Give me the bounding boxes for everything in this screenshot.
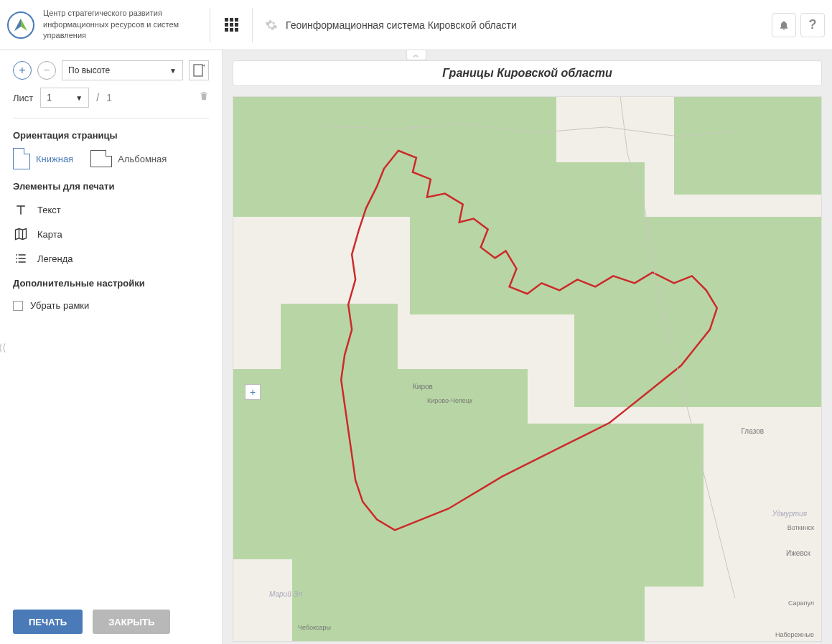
text-icon: [13, 202, 29, 218]
add-page-button[interactable]: +: [189, 60, 209, 80]
svg-rect-0: [194, 65, 202, 76]
caret-down-icon: ▼: [169, 67, 177, 75]
element-legend[interactable]: Легенда: [13, 251, 209, 266]
landscape-page-icon: [90, 150, 112, 167]
region-udmurtia: Удмуртия: [772, 510, 807, 518]
checkbox-icon: [13, 301, 23, 311]
city-kirovo-chepetsk: Кирово-Чепецк: [427, 397, 472, 404]
chevron-up-icon: ︽: [413, 50, 419, 60]
minus-icon: −: [43, 64, 50, 77]
element-text-label: Текст: [37, 205, 61, 215]
sheet-current: 1: [47, 93, 52, 103]
remove-frames-label: Убрать рамки: [30, 300, 89, 311]
sheet-label: Лист: [13, 93, 33, 103]
elements-title: Элементы для печати: [13, 181, 209, 192]
orientation-portrait-label: Книжная: [36, 154, 73, 164]
zoom-in-button[interactable]: +: [13, 61, 32, 80]
collapse-sidebar-handle[interactable]: ⟨⟨: [0, 342, 6, 353]
delete-sheet-button[interactable]: [199, 90, 209, 105]
logo[interactable]: [7, 11, 34, 39]
city-kirov: Киров: [413, 383, 433, 391]
plus-icon: +: [19, 64, 25, 77]
sheet-separator: /: [96, 92, 99, 103]
orientation-landscape-label: Альбомная: [118, 154, 167, 164]
print-button[interactable]: ПЕЧАТЬ: [13, 610, 83, 634]
add-page-icon: +: [193, 64, 205, 77]
region-mari-el: Марий Эл: [269, 590, 302, 598]
caret-down-icon: ▼: [75, 94, 83, 102]
collapse-header-tab[interactable]: ︽: [406, 50, 426, 60]
city-cheboksary: Чебоксары: [298, 624, 331, 631]
remove-frames-checkbox[interactable]: Убрать рамки: [13, 300, 209, 311]
portrait-page-icon: [13, 148, 30, 169]
city-izhevsk: Ижевск: [786, 549, 810, 557]
svg-text:+: +: [202, 64, 205, 70]
fit-mode-select[interactable]: По высоте ▼: [62, 60, 183, 80]
city-naberezhnye: Набережные: [775, 631, 814, 638]
element-legend-label: Легенда: [37, 253, 73, 264]
orientation-landscape[interactable]: Альбомная: [90, 148, 167, 169]
app-title: Геоинформационная система Кировской обла…: [286, 19, 517, 31]
sheet-number-select[interactable]: 1 ▼: [40, 88, 89, 108]
question-icon: ?: [809, 17, 817, 32]
notifications-button[interactable]: [772, 13, 796, 37]
plus-icon: +: [250, 386, 256, 398]
zoom-out-button[interactable]: −: [37, 61, 56, 80]
element-text[interactable]: Текст: [13, 202, 209, 218]
help-button[interactable]: ?: [800, 13, 825, 37]
orientation-portrait[interactable]: Книжная: [13, 148, 73, 169]
fit-mode-value: По высоте: [68, 65, 110, 75]
orientation-title: Ориентация страницы: [13, 130, 209, 141]
org-title: Центр стратегического развития информаци…: [43, 8, 201, 41]
gear-icon[interactable]: [261, 15, 281, 35]
bell-icon: [778, 19, 790, 31]
map-surface: Киров Кирово-Чепецк Глазов Ижевск Воткин…: [233, 97, 821, 641]
city-votkinsk: Воткинск: [787, 524, 814, 531]
extra-title: Дополнительные настройки: [13, 278, 209, 289]
map-zoom-button[interactable]: +: [245, 384, 261, 400]
city-sarapul: Сарапул: [788, 599, 814, 607]
element-map-label: Карта: [37, 229, 62, 240]
map-title: Границы Кировской области: [233, 60, 822, 86]
apps-grid-button[interactable]: [219, 13, 243, 37]
map-icon: [13, 226, 29, 242]
map-frame[interactable]: Киров Кирово-Чепецк Глазов Ижевск Воткин…: [233, 96, 822, 642]
city-glazov: Глазов: [742, 427, 764, 435]
close-button[interactable]: ЗАКРЫТЬ: [93, 610, 170, 634]
legend-icon: [13, 251, 29, 266]
grid-icon: [225, 18, 238, 32]
element-map[interactable]: Карта: [13, 226, 209, 242]
chevron-left-icon: ⟨⟨: [0, 342, 6, 353]
sheet-total: 1: [106, 92, 112, 103]
trash-icon: [199, 90, 209, 102]
